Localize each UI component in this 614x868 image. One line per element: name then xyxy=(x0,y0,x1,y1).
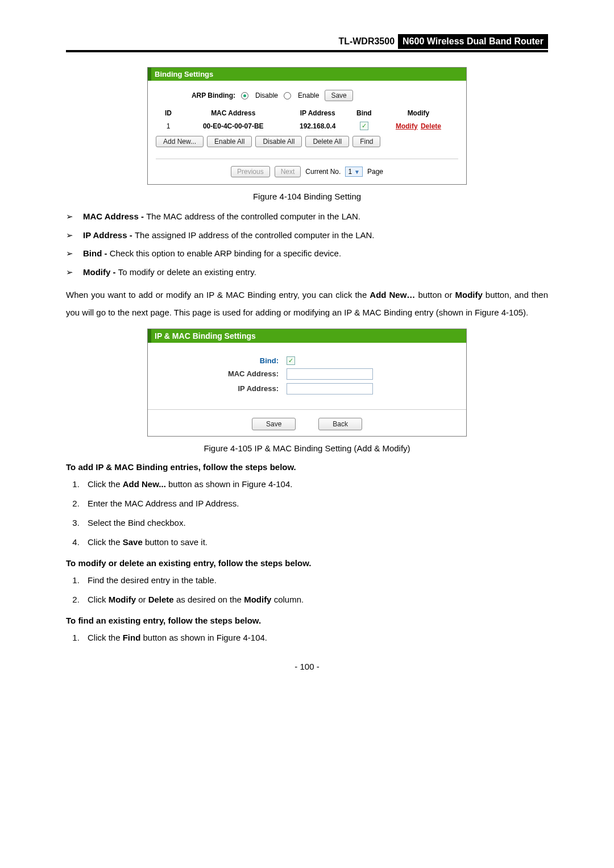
back-button[interactable]: Back xyxy=(318,418,362,430)
chevron-down-icon: ▼ xyxy=(354,169,360,175)
bind-checkbox[interactable]: ✓ xyxy=(360,122,368,130)
check-icon: ✓ xyxy=(288,358,293,364)
section-heading: To find an existing entry, follow the st… xyxy=(66,616,548,625)
figure-caption-1: Figure 4-104 Binding Setting xyxy=(66,192,548,201)
section-heading: To add IP & MAC Binding entries, follow … xyxy=(66,462,548,472)
list-item: ➢MAC Address - The MAC address of the co… xyxy=(66,210,548,223)
document-header: TL-WDR3500N600 Wireless Dual Band Router xyxy=(66,34,548,52)
col-id: ID xyxy=(156,107,181,119)
list-item: ➢IP Address - The assigned IP address of… xyxy=(66,229,548,242)
page-select-value: 1 xyxy=(348,168,352,176)
page-number: - 100 - xyxy=(66,662,548,671)
add-new-button[interactable]: Add New... xyxy=(156,136,204,147)
list-item: Enter the MAC Address and IP Address. xyxy=(82,497,548,510)
figure-caption-2: Figure 4-105 IP & MAC Binding Setting (A… xyxy=(66,443,548,453)
find-steps-list: Click the Find button as shown in Figure… xyxy=(66,631,548,645)
page-label: Page xyxy=(367,168,383,176)
binding-settings-panel: Binding Settings ARP Binding: Disable En… xyxy=(147,67,467,185)
list-item: ➢Bind - Check this option to enable ARP … xyxy=(66,247,548,260)
ip-mac-binding-panel: IP & MAC Binding Settings Bind: ✓ MAC Ad… xyxy=(147,329,467,437)
pager: Previous Next Current No. 1 ▼ Page xyxy=(156,159,458,177)
cell-ip: 192.168.0.4 xyxy=(286,119,350,132)
arp-binding-label: ARP Binding: xyxy=(156,92,235,99)
list-item: Click the Save button to save it. xyxy=(82,535,548,549)
radio-disable[interactable] xyxy=(241,92,248,99)
list-item: Click the Add New... button as shown in … xyxy=(82,477,548,491)
bind-label: Bind: xyxy=(154,356,287,365)
list-item: Select the Bind checkbox. xyxy=(82,516,548,530)
model-label: TL-WDR3500 xyxy=(335,34,398,49)
definition-list: ➢MAC Address - The MAC address of the co… xyxy=(66,210,548,279)
chevron-right-icon: ➢ xyxy=(66,247,75,260)
col-bind: Bind xyxy=(350,107,379,119)
section-heading: To modify or delete an existing entry, f… xyxy=(66,558,548,568)
mac-input[interactable] xyxy=(287,368,373,380)
arp-binding-row: ARP Binding: Disable Enable Save xyxy=(156,90,458,101)
col-ip: IP Address xyxy=(286,107,350,119)
radio-enable[interactable] xyxy=(284,92,291,99)
modify-steps-list: Find the desired entry in the table. Cli… xyxy=(66,574,548,607)
add-steps-list: Click the Add New... button as shown in … xyxy=(66,477,548,549)
disable-all-button[interactable]: Disable All xyxy=(255,136,302,147)
chevron-right-icon: ➢ xyxy=(66,210,75,223)
cell-mac: 00-E0-4C-00-07-BE xyxy=(181,119,286,132)
paragraph: When you want to add or modify an IP & M… xyxy=(66,286,548,322)
panel-title: Binding Settings xyxy=(148,68,466,81)
previous-button[interactable]: Previous xyxy=(231,166,270,177)
binding-table: ID MAC Address IP Address Bind Modify 1 … xyxy=(156,107,458,132)
page-select[interactable]: 1 ▼ xyxy=(345,167,363,177)
ip-label: IP Address: xyxy=(154,384,287,393)
table-row: 1 00-E0-4C-00-07-BE 192.168.0.4 ✓ Modify… xyxy=(156,119,458,132)
col-modify: Modify xyxy=(379,107,458,119)
cell-id: 1 xyxy=(156,119,181,132)
delete-all-button[interactable]: Delete All xyxy=(305,136,349,147)
chevron-right-icon: ➢ xyxy=(66,266,75,279)
radio-disable-label: Disable xyxy=(255,92,278,99)
list-item: Click Modify or Delete as desired on the… xyxy=(82,593,548,607)
radio-enable-label: Enable xyxy=(298,92,319,99)
product-tag: N600 Wireless Dual Band Router xyxy=(398,34,548,49)
chevron-right-icon: ➢ xyxy=(66,229,75,242)
ip-input[interactable] xyxy=(287,383,373,394)
save-button[interactable]: Save xyxy=(325,90,352,101)
col-mac: MAC Address xyxy=(181,107,286,119)
mac-label: MAC Address: xyxy=(154,369,287,378)
action-row: Add New... Enable All Disable All Delete… xyxy=(156,136,458,147)
list-item: ➢Modify - To modify or delete an existin… xyxy=(66,266,548,279)
list-item: Find the desired entry in the table. xyxy=(82,574,548,587)
check-icon: ✓ xyxy=(362,123,367,129)
panel-title: IP & MAC Binding Settings xyxy=(148,329,466,343)
delete-link[interactable]: Delete xyxy=(421,122,441,130)
modify-link[interactable]: Modify xyxy=(396,122,418,130)
list-item: Click the Find button as shown in Figure… xyxy=(82,631,548,645)
enable-all-button[interactable]: Enable All xyxy=(207,136,252,147)
save-button[interactable]: Save xyxy=(252,418,296,430)
bind-checkbox[interactable]: ✓ xyxy=(287,356,295,365)
next-button[interactable]: Next xyxy=(275,166,301,177)
table-header-row: ID MAC Address IP Address Bind Modify xyxy=(156,107,458,119)
find-button[interactable]: Find xyxy=(352,136,380,147)
cell-modify: Modify Delete xyxy=(379,119,458,132)
cell-bind: ✓ xyxy=(350,119,379,132)
current-no-label: Current No. xyxy=(305,168,341,176)
